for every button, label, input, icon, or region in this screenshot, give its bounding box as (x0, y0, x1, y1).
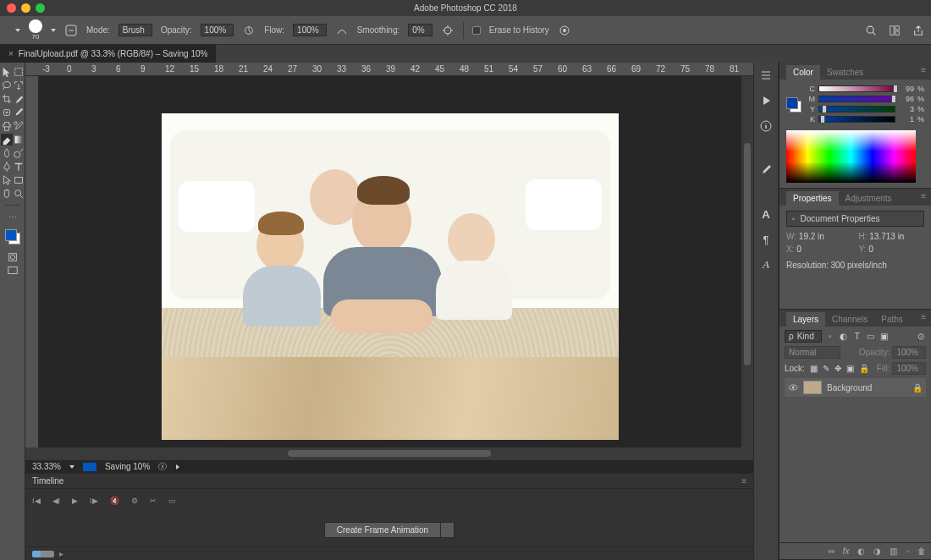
transition-icon[interactable]: ▭ (168, 497, 176, 505)
rectangle-shape-tool[interactable] (13, 174, 25, 186)
new-layer-icon[interactable]: ▫ (906, 546, 909, 556)
gradient-tool[interactable] (13, 134, 25, 145)
tab-channels[interactable]: Channels (825, 312, 874, 327)
document-tab[interactable]: × FinalUpload.pdf @ 33.3% (RGB/8#) – Sav… (0, 45, 216, 63)
crop-tool[interactable] (1, 93, 13, 105)
color-slider-y[interactable]: Y3% (808, 105, 924, 113)
layer-thumbnail[interactable] (803, 381, 822, 394)
tab-layers[interactable]: Layers (786, 312, 825, 327)
lock-all-icon[interactable]: 🔒 (859, 364, 869, 373)
audio-mute-icon[interactable]: 🔇 (110, 497, 119, 505)
rectangular-marquee-tool[interactable] (13, 66, 25, 78)
filter-pixel-icon[interactable]: ▫ (825, 332, 835, 342)
layer-fx-icon[interactable]: fx (843, 546, 850, 556)
horizontal-ruler[interactable]: -303691215182124273033363942454851545760… (25, 63, 753, 76)
move-tool[interactable] (1, 66, 13, 78)
panel-menu-icon[interactable]: ≡ (741, 476, 746, 486)
channel-value[interactable]: 99 (899, 85, 914, 93)
filter-toggle-icon[interactable]: ⊙ (916, 332, 926, 342)
panel-menu-icon[interactable]: ≡ (921, 191, 926, 200)
pressure-size-icon[interactable] (558, 24, 571, 37)
opacity-input[interactable]: 100% (201, 24, 234, 36)
brush-tool[interactable] (13, 107, 25, 118)
brush-preset-picker[interactable] (51, 29, 56, 32)
split-icon[interactable]: ✂ (150, 497, 157, 505)
mode-select[interactable]: Brush (118, 24, 152, 36)
lock-position-icon[interactable]: ✥ (835, 364, 841, 373)
tab-close-icon[interactable]: × (8, 49, 14, 58)
type-tool[interactable] (13, 161, 25, 173)
blend-mode-select[interactable]: Normal (785, 346, 840, 359)
edit-toolbar-icon[interactable]: ⋯ (7, 211, 19, 222)
path-selection-tool[interactable] (1, 174, 13, 186)
zoom-dropdown-icon[interactable] (69, 465, 74, 469)
horizontal-scrollbar[interactable] (25, 447, 753, 459)
vertical-scrollbar[interactable] (741, 76, 753, 447)
prev-frame-icon[interactable]: ◀I (52, 497, 61, 505)
filter-adjustment-icon[interactable]: ◐ (839, 332, 849, 342)
lock-transparent-icon[interactable]: ▦ (810, 364, 818, 373)
timeline-options-icon[interactable]: ⚙ (131, 497, 138, 505)
channel-value[interactable]: 96 (899, 95, 914, 103)
filter-smart-icon[interactable]: ▣ (879, 332, 890, 342)
hand-tool[interactable] (1, 188, 13, 200)
eraser-tool[interactable] (1, 134, 13, 145)
smoothing-input[interactable]: 0% (408, 24, 432, 36)
channel-value[interactable]: 1 (899, 115, 914, 124)
tab-properties[interactable]: Properties (786, 191, 839, 206)
status-menu-icon[interactable] (176, 464, 179, 469)
timeline-zoom-slider[interactable] (32, 551, 54, 557)
search-icon[interactable] (865, 25, 877, 36)
airbrush-icon[interactable] (335, 24, 349, 37)
filter-type-icon[interactable]: T (852, 332, 862, 342)
screen-mode-icon[interactable] (7, 265, 19, 277)
erase-history-checkbox[interactable] (472, 26, 481, 35)
glyphs-panel-icon[interactable]: A (758, 257, 774, 272)
flow-input[interactable]: 100% (293, 24, 327, 36)
lock-pixels-icon[interactable]: ✎ (823, 364, 829, 373)
color-slider-c[interactable]: C99% (808, 85, 924, 93)
quick-selection-tool[interactable] (13, 80, 25, 91)
filter-shape-icon[interactable]: ▭ (866, 332, 876, 342)
zoom-tool[interactable] (13, 188, 25, 200)
filter-type-select[interactable]: ρKind (785, 330, 822, 343)
tab-swatches[interactable]: Swatches (820, 65, 870, 80)
color-swatches[interactable] (5, 229, 20, 244)
panel-menu-icon[interactable]: ≡ (921, 312, 926, 321)
layer-name[interactable]: Background (827, 383, 872, 393)
first-frame-icon[interactable]: I◀ (32, 497, 41, 505)
layer-opacity-input[interactable]: 100% (892, 346, 926, 359)
close-button[interactable] (7, 3, 16, 13)
link-layers-icon[interactable]: ⇔ (828, 546, 835, 556)
color-slider-k[interactable]: K1% (808, 115, 924, 124)
tab-paths[interactable]: Paths (874, 312, 910, 327)
workspace-icon[interactable] (889, 25, 901, 36)
dodge-tool[interactable] (13, 147, 25, 159)
tab-adjustments[interactable]: Adjustments (839, 191, 899, 206)
clone-stamp-tool[interactable] (1, 120, 13, 132)
history-panel-icon[interactable] (758, 68, 774, 83)
create-frame-animation-button[interactable]: Create Frame Animation (324, 522, 441, 538)
pen-tool[interactable] (1, 161, 13, 173)
lock-icon[interactable]: 🔒 (912, 383, 923, 393)
play-panel-icon[interactable] (758, 93, 774, 108)
add-mask-icon[interactable]: ◐ (857, 546, 865, 556)
color-fg-bg-swatch[interactable] (786, 97, 802, 113)
color-slider-m[interactable]: M96% (808, 95, 924, 103)
foreground-color[interactable] (5, 229, 17, 241)
color-spectrum[interactable] (786, 130, 916, 183)
blur-tool[interactable] (1, 147, 13, 159)
create-animation-dropdown[interactable] (441, 522, 454, 538)
cancel-save-icon[interactable]: ⓧ (158, 461, 167, 473)
info-panel-icon[interactable] (758, 118, 774, 134)
new-group-icon[interactable]: ▥ (890, 546, 897, 556)
lock-artboard-icon[interactable]: ▣ (846, 364, 854, 373)
zoom-readout[interactable]: 33.33% (32, 462, 61, 471)
minimize-button[interactable] (21, 3, 30, 13)
brush-settings-icon[interactable] (64, 24, 78, 37)
character-panel-icon[interactable]: A (758, 206, 774, 222)
panel-menu-icon[interactable]: ≡ (921, 65, 926, 74)
share-icon[interactable] (912, 25, 924, 36)
lasso-tool[interactable] (1, 80, 13, 91)
spot-healing-tool[interactable] (1, 107, 13, 118)
